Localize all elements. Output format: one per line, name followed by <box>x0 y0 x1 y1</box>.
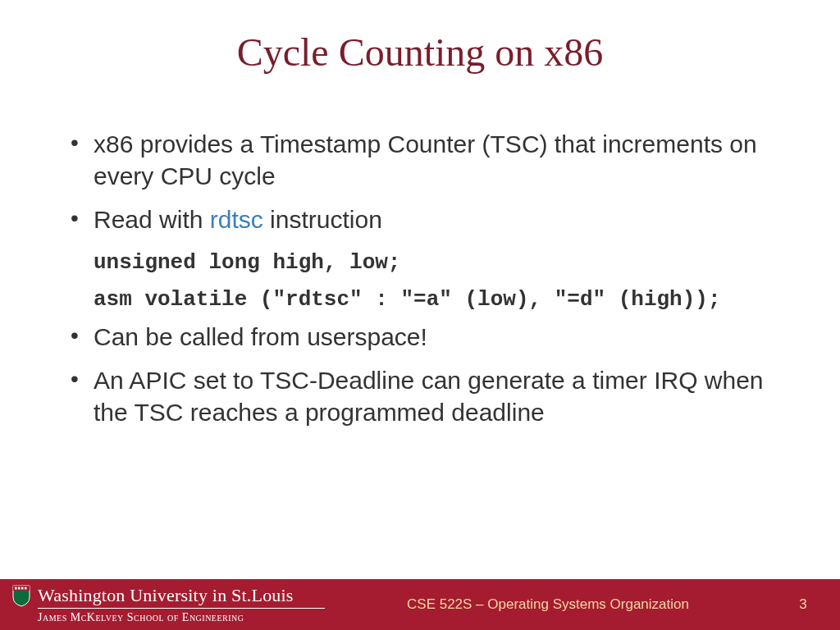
svg-rect-1 <box>15 587 17 590</box>
keyword-rdtsc: rdtsc <box>210 206 263 233</box>
slide-body: x86 provides a Timestamp Counter (TSC) t… <box>66 128 774 440</box>
svg-rect-2 <box>18 587 21 590</box>
bullet-text: Read with <box>94 206 210 233</box>
school-name: James McKelvey School of Engineering <box>38 611 325 624</box>
bullet-item: Can be called from userspace! <box>66 321 774 353</box>
bullet-list: x86 provides a Timestamp Counter (TSC) t… <box>66 128 774 235</box>
code-line: asm volatile ("rdtsc" : "=a" (low), "=d"… <box>94 284 774 316</box>
code-line: unsigned long high, low; <box>94 247 774 279</box>
shield-icon <box>11 584 31 607</box>
logo-divider <box>38 608 325 609</box>
svg-rect-4 <box>25 587 27 590</box>
bullet-list: Can be called from userspace! An APIC se… <box>66 321 774 428</box>
bullet-item: x86 provides a Timestamp Counter (TSC) t… <box>66 128 774 192</box>
svg-rect-3 <box>21 587 24 590</box>
bullet-item: Read with rdtsc instruction <box>66 203 774 235</box>
footer-bar: Washington University in St.Louis James … <box>0 579 840 630</box>
logo-block: Washington University in St.Louis James … <box>0 579 322 630</box>
bullet-text: instruction <box>263 206 382 233</box>
bullet-item: An APIC set to TSC-Deadline can generate… <box>66 364 774 428</box>
logo-text: Washington University in St.Louis James … <box>38 585 325 624</box>
footer-course: CSE 522S – Operating Systems Organizatio… <box>322 596 774 613</box>
slide-title: Cycle Counting on x86 <box>0 30 840 75</box>
footer-page-number: 3 <box>774 596 840 613</box>
slide: Cycle Counting on x86 x86 provides a Tim… <box>0 0 840 630</box>
university-name: Washington University in St.Louis <box>38 585 325 606</box>
